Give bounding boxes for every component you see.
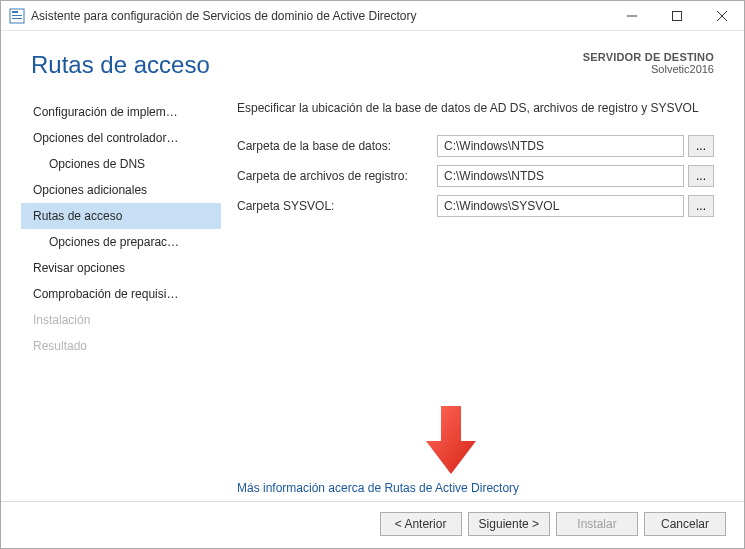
sidebar-item-7[interactable]: Comprobación de requisi… [21,281,221,307]
page-title: Rutas de acceso [31,51,583,79]
window-controls [609,1,744,30]
window-title: Asistente para configuración de Servicio… [31,9,609,23]
footer: < Anterior Siguiente > Instalar Cancelar [1,501,744,548]
svg-rect-1 [12,11,18,13]
instruction-text: Especificar la ubicación de la base de d… [237,101,714,115]
svg-rect-5 [672,11,681,20]
browse-button-1[interactable]: ... [688,165,714,187]
path-field-label-0: Carpeta de la base de datos: [237,139,437,153]
maximize-button[interactable] [654,1,699,30]
path-field-label-1: Carpeta de archivos de registro: [237,169,437,183]
path-field-row-1: Carpeta de archivos de registro:... [237,165,714,187]
path-field-label-2: Carpeta SYSVOL: [237,199,437,213]
app-icon [9,8,25,24]
wizard-window: Asistente para configuración de Servicio… [0,0,745,549]
path-field-row-0: Carpeta de la base de datos:... [237,135,714,157]
target-server-info: SERVIDOR DE DESTINO Solvetic2016 [583,51,714,75]
sidebar-item-9: Resultado [21,333,221,359]
next-button[interactable]: Siguiente > [468,512,550,536]
path-field-input-0[interactable] [437,135,684,157]
path-field-row-2: Carpeta SYSVOL:... [237,195,714,217]
close-button[interactable] [699,1,744,30]
sidebar-item-2[interactable]: Opciones de DNS [21,151,221,177]
sidebar-item-0[interactable]: Configuración de implem… [21,99,221,125]
sidebar-item-3[interactable]: Opciones adicionales [21,177,221,203]
sidebar-item-5[interactable]: Opciones de preparac… [21,229,221,255]
header: Rutas de acceso SERVIDOR DE DESTINO Solv… [1,31,744,89]
more-info-link[interactable]: Más información acerca de Rutas de Activ… [237,481,519,495]
body: Configuración de implem…Opciones del con… [1,89,744,501]
previous-button[interactable]: < Anterior [380,512,462,536]
minimize-button[interactable] [609,1,654,30]
path-field-input-2[interactable] [437,195,684,217]
browse-button-2[interactable]: ... [688,195,714,217]
svg-rect-3 [12,18,22,19]
browse-button-0[interactable]: ... [688,135,714,157]
main-content: Especificar la ubicación de la base de d… [221,89,744,501]
titlebar: Asistente para configuración de Servicio… [1,1,744,31]
sidebar-item-4[interactable]: Rutas de acceso [21,203,221,229]
sidebar-item-8: Instalación [21,307,221,333]
sidebar-item-1[interactable]: Opciones del controlador… [21,125,221,151]
target-server-name: Solvetic2016 [583,63,714,75]
sidebar-item-6[interactable]: Revisar opciones [21,255,221,281]
sidebar: Configuración de implem…Opciones del con… [21,89,221,501]
target-server-label: SERVIDOR DE DESTINO [583,51,714,63]
path-field-input-1[interactable] [437,165,684,187]
svg-rect-2 [12,15,22,16]
cancel-button[interactable]: Cancelar [644,512,726,536]
install-button: Instalar [556,512,638,536]
